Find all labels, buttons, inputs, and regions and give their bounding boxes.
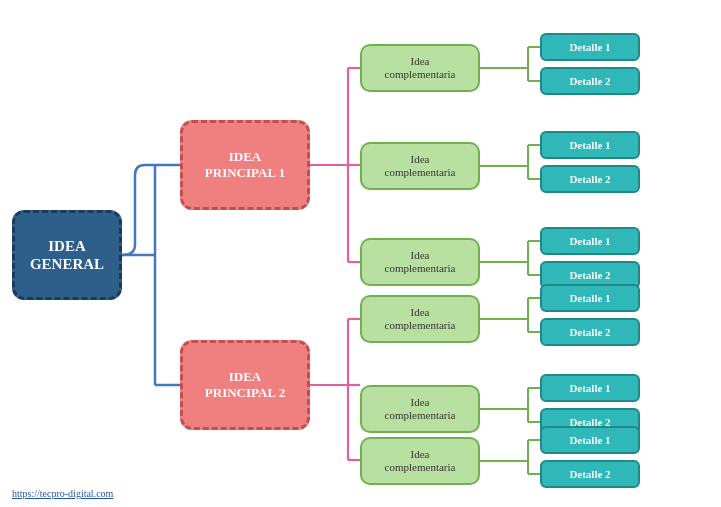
- idea-comp-1-2-label: Ideacomplementaria: [385, 153, 456, 179]
- detalle-2-3-2-label: Detalle 2: [569, 468, 610, 480]
- detalle-1-2-1: Detalle 1: [540, 131, 640, 159]
- idea-comp-1-3: Ideacomplementaria: [360, 238, 480, 286]
- detalle-2-1-1: Detalle 1: [540, 284, 640, 312]
- idea-comp-1-1-label: Ideacomplementaria: [385, 55, 456, 81]
- idea-comp-1-3-label: Ideacomplementaria: [385, 249, 456, 275]
- idea-comp-2-3-label: Ideacomplementaria: [385, 448, 456, 474]
- detalle-2-3-1-label: Detalle 1: [569, 434, 610, 446]
- detalle-1-1-1: Detalle 1: [540, 33, 640, 61]
- detalle-2-3-2: Detalle 2: [540, 460, 640, 488]
- detalle-1-3-2-label: Detalle 2: [569, 269, 610, 281]
- idea-general-box: IDEA GENERAL: [12, 210, 122, 300]
- detalle-1-2-2: Detalle 2: [540, 165, 640, 193]
- idea-principal-1-label: IDEAPRINCIPAL 1: [205, 149, 285, 180]
- idea-comp-2-3: Ideacomplementaria: [360, 437, 480, 485]
- idea-comp-2-1-label: Ideacomplementaria: [385, 306, 456, 332]
- detalle-2-1-2-label: Detalle 2: [569, 326, 610, 338]
- idea-comp-1-2: Ideacomplementaria: [360, 142, 480, 190]
- idea-general-label: IDEA GENERAL: [15, 237, 119, 273]
- detalle-1-1-1-label: Detalle 1: [569, 41, 610, 53]
- idea-comp-2-2: Ideacomplementaria: [360, 385, 480, 433]
- idea-principal-2-label: IDEAPRINCIPAL 2: [205, 369, 285, 400]
- detalle-2-3-1: Detalle 1: [540, 426, 640, 454]
- idea-comp-2-1: Ideacomplementaria: [360, 295, 480, 343]
- detalle-2-1-1-label: Detalle 1: [569, 292, 610, 304]
- detalle-1-2-2-label: Detalle 2: [569, 173, 610, 185]
- detalle-1-3-1-label: Detalle 1: [569, 235, 610, 247]
- detalle-1-1-2: Detalle 2: [540, 67, 640, 95]
- idea-comp-2-2-label: Ideacomplementaria: [385, 396, 456, 422]
- detalle-1-3-1: Detalle 1: [540, 227, 640, 255]
- idea-comp-1-1: Ideacomplementaria: [360, 44, 480, 92]
- detalle-2-2-1: Detalle 1: [540, 374, 640, 402]
- detalle-2-1-2: Detalle 2: [540, 318, 640, 346]
- detalle-1-2-1-label: Detalle 1: [569, 139, 610, 151]
- detalle-1-1-2-label: Detalle 2: [569, 75, 610, 87]
- detalle-2-2-1-label: Detalle 1: [569, 382, 610, 394]
- idea-principal-1-box: IDEAPRINCIPAL 1: [180, 120, 310, 210]
- mind-map: IDEA GENERAL IDEAPRINCIPAL 1 IDEAPRINCIP…: [0, 0, 721, 507]
- idea-principal-2-box: IDEAPRINCIPAL 2: [180, 340, 310, 430]
